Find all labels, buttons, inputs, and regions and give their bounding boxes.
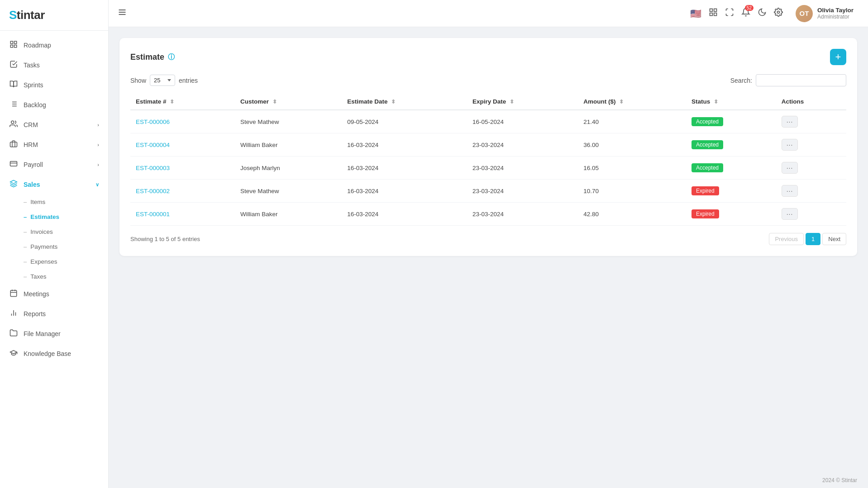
sidebar-item-label: File Manager	[24, 330, 61, 337]
cell-customer: Steve Mathew	[235, 180, 342, 203]
col-actions: Actions	[776, 94, 846, 110]
sort-icon[interactable]: ⬍	[170, 99, 174, 105]
chevron-right-icon: ›	[97, 162, 99, 167]
sidebar-item-expenses[interactable]: Expenses	[24, 254, 108, 269]
col-status: Status ⬍	[686, 94, 776, 110]
table-body: EST-000006 Steve Mathew 09-05-2024 16-05…	[130, 110, 846, 226]
svg-rect-14	[10, 290, 17, 297]
user-name: Olivia Taylor	[817, 7, 854, 14]
sidebar-item-crm[interactable]: CRM ›	[0, 115, 108, 135]
search-input[interactable]	[756, 74, 846, 86]
apps-icon[interactable]	[709, 8, 718, 19]
sub-item-label: Expenses	[30, 258, 57, 265]
show-entries-control: Show 10 25 50 100 entries	[130, 75, 198, 86]
search-label: Search:	[730, 77, 752, 84]
estimate-link[interactable]: EST-000006	[136, 118, 170, 125]
user-role: Administrator	[817, 14, 854, 20]
svg-rect-11	[10, 142, 17, 147]
cell-expiry-date: 23-03-2024	[467, 133, 578, 156]
sidebar-item-hrm[interactable]: HRM ›	[0, 135, 108, 155]
next-page-button[interactable]: Next	[822, 233, 846, 245]
cell-status: Accepted	[686, 110, 776, 133]
svg-rect-2	[10, 45, 13, 47]
entries-per-page-select[interactable]: 10 25 50 100	[150, 75, 175, 86]
sidebar-item-file-manager[interactable]: File Manager	[0, 324, 108, 344]
previous-page-button[interactable]: Previous	[769, 233, 804, 245]
sidebar-item-items[interactable]: Items	[24, 194, 108, 209]
svg-rect-1	[14, 41, 17, 43]
cell-amount: 42.80	[578, 203, 686, 226]
sub-item-label: Taxes	[30, 273, 46, 280]
sidebar-nav: Roadmap Tasks Sprints Backlog	[0, 31, 108, 488]
sidebar-item-sprints[interactable]: Sprints	[0, 75, 108, 95]
sidebar-item-sales[interactable]: Sales ∨	[0, 175, 108, 194]
status-badge: Expired	[692, 186, 719, 195]
sidebar-item-backlog[interactable]: Backlog	[0, 95, 108, 115]
sort-icon[interactable]: ⬍	[272, 99, 277, 105]
row-actions-button[interactable]: ···	[782, 162, 798, 174]
sidebar-item-invoices[interactable]: Invoices	[24, 224, 108, 239]
cell-status: Accepted	[686, 156, 776, 180]
estimate-link[interactable]: EST-000001	[136, 211, 170, 218]
sidebar-item-reports[interactable]: Reports	[0, 304, 108, 324]
estimate-link[interactable]: EST-000004	[136, 142, 170, 148]
sidebar-item-estimates[interactable]: Estimates	[24, 209, 108, 224]
cell-estimate-date: 16-03-2024	[342, 203, 467, 226]
notifications-icon[interactable]: 52	[741, 8, 750, 19]
cell-estimate-date: 16-03-2024	[342, 180, 467, 203]
page-1-button[interactable]: 1	[806, 233, 820, 245]
svg-rect-25	[714, 9, 717, 12]
cell-customer: Steve Mathew	[235, 110, 342, 133]
svg-rect-0	[10, 41, 13, 43]
info-icon[interactable]: ⓘ	[168, 53, 175, 62]
sidebar-item-knowledge-base[interactable]: Knowledge Base	[0, 344, 108, 364]
svg-rect-12	[10, 161, 17, 166]
add-estimate-button[interactable]: +	[830, 49, 846, 65]
menu-toggle-button[interactable]	[118, 8, 127, 19]
table-row: EST-000004 William Baker 16-03-2024 23-0…	[130, 133, 846, 156]
estimate-link[interactable]: EST-000002	[136, 188, 170, 194]
sidebar-item-tasks[interactable]: Tasks	[0, 55, 108, 75]
cell-amount: 10.70	[578, 180, 686, 203]
sub-item-label: Items	[30, 199, 45, 205]
sidebar-logo: Stintar	[0, 0, 108, 31]
sales-icon	[9, 180, 18, 190]
user-profile[interactable]: OT Olivia Taylor Administrator	[790, 1, 859, 26]
sort-icon[interactable]: ⬍	[391, 99, 396, 105]
row-actions-button[interactable]: ···	[782, 208, 798, 220]
sidebar-item-roadmap[interactable]: Roadmap	[0, 35, 108, 55]
roadmap-icon	[9, 40, 18, 50]
row-actions-button[interactable]: ···	[782, 185, 798, 197]
sort-icon[interactable]: ⬍	[510, 99, 514, 105]
row-actions-button[interactable]: ···	[782, 139, 798, 151]
estimate-link[interactable]: EST-000003	[136, 165, 170, 171]
page-title: Estimate	[130, 52, 164, 62]
sort-icon[interactable]: ⬍	[714, 99, 718, 105]
sidebar-item-payments[interactable]: Payments	[24, 239, 108, 254]
col-customer: Customer ⬍	[235, 94, 342, 110]
search-box: Search:	[730, 74, 846, 86]
sidebar-item-taxes[interactable]: Taxes	[24, 269, 108, 284]
main-area: 🇺🇸 52 OT	[109, 0, 868, 488]
cell-estimate-date: 16-03-2024	[342, 133, 467, 156]
cell-amount: 21.40	[578, 110, 686, 133]
svg-point-10	[11, 121, 14, 123]
cell-amount: 36.00	[578, 133, 686, 156]
expand-icon[interactable]	[725, 8, 734, 19]
main-content: Estimate ⓘ + Show 10 25 50 100 entries	[109, 27, 868, 473]
dark-mode-icon[interactable]	[758, 8, 767, 19]
sidebar-item-payroll[interactable]: Payroll ›	[0, 155, 108, 175]
file-manager-icon	[9, 329, 18, 339]
cell-estimate-date: 16-03-2024	[342, 156, 467, 180]
table-row: EST-000002 Steve Mathew 16-03-2024 23-03…	[130, 180, 846, 203]
settings-icon[interactable]	[774, 8, 783, 19]
sidebar-item-label: Tasks	[24, 62, 40, 69]
sort-icon[interactable]: ⬍	[619, 99, 624, 105]
sidebar-item-label: CRM	[24, 121, 38, 128]
sidebar-item-label: Meetings	[24, 290, 49, 298]
language-selector[interactable]: 🇺🇸	[690, 8, 701, 19]
app-logo[interactable]: Stintar	[9, 8, 99, 22]
sidebar-item-meetings[interactable]: Meetings	[0, 284, 108, 304]
row-actions-button[interactable]: ···	[782, 116, 798, 128]
sidebar-item-label: Roadmap	[24, 42, 51, 49]
